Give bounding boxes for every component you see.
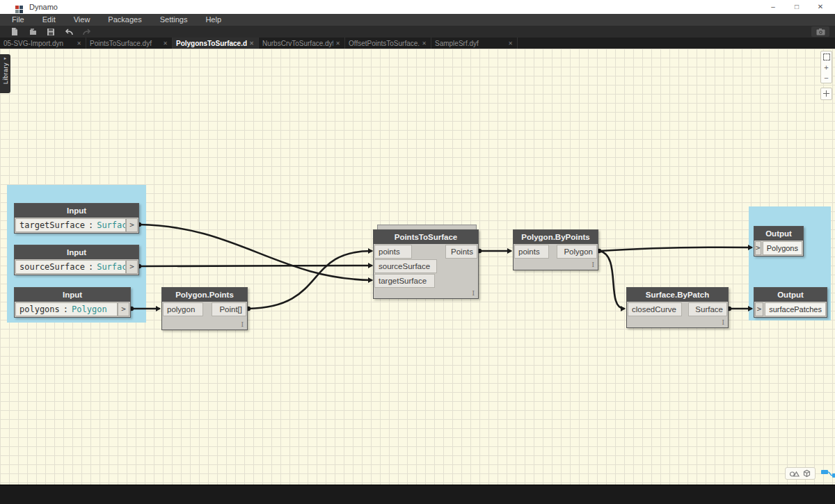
node-title[interactable]: Output bbox=[754, 288, 827, 302]
tab-05-SVG-Import.dyn[interactable]: 05-SVG-Import.dyn✕ bbox=[0, 38, 86, 49]
input-port-targetsurface[interactable]: targetSurface bbox=[374, 274, 435, 288]
output-port-polygon[interactable]: Polygon bbox=[557, 245, 597, 259]
node-title[interactable]: Input bbox=[15, 204, 138, 218]
pan-button[interactable] bbox=[821, 88, 832, 99]
tab-label: PointsToSurface.dyf bbox=[90, 40, 161, 47]
node-output-surfacepatches[interactable]: Output > surfacePatches bbox=[754, 287, 827, 318]
tab-label: PolygonsToSurface.dyf bbox=[176, 40, 247, 47]
output-port-surface[interactable]: Surface bbox=[688, 302, 727, 316]
tab-close-icon[interactable]: ✕ bbox=[420, 40, 429, 47]
zoom-in-button[interactable]: + bbox=[821, 62, 832, 72]
graph-view-button[interactable] bbox=[820, 468, 835, 479]
node-input-targetsurface[interactable]: Input targetSurface:Surface > bbox=[14, 203, 139, 234]
node-title[interactable]: Polygon.Points bbox=[162, 288, 247, 302]
menu-edit[interactable]: Edit bbox=[33, 14, 65, 26]
library-panel-tab[interactable]: ▸ Library bbox=[0, 54, 10, 93]
input-port-closedcurve[interactable]: closedCurve bbox=[628, 302, 682, 316]
tab-label: NurbsCrvToSurface.dyf bbox=[262, 40, 333, 47]
node-polygon-bypoints[interactable]: Polygon.ByPoints points Polygon I bbox=[513, 229, 598, 270]
menu-view[interactable]: View bbox=[65, 14, 100, 26]
output-port-points[interactable]: Points bbox=[445, 245, 477, 259]
output-port-point-array[interactable]: Point[] bbox=[212, 302, 246, 316]
view-toggles bbox=[785, 467, 835, 480]
undo-button[interactable] bbox=[60, 26, 78, 38]
close-button[interactable]: ✕ bbox=[809, 0, 832, 14]
input-port[interactable]: > bbox=[755, 241, 761, 255]
menubar: FileEditViewPackagesSettingsHelp bbox=[0, 14, 835, 26]
output-port[interactable]: > bbox=[126, 218, 138, 232]
tab-label: SampleSrf.dyf bbox=[435, 40, 506, 47]
chevron-right-icon: ▸ bbox=[4, 56, 7, 61]
node-title[interactable]: PointsToSurface bbox=[374, 230, 478, 244]
library-label: Library bbox=[2, 63, 9, 84]
save-button[interactable] bbox=[42, 26, 60, 38]
node-input-polygons[interactable]: Input polygons:Polygon > bbox=[14, 287, 131, 318]
zoom-out-button[interactable]: − bbox=[821, 72, 832, 83]
node-points-to-surface[interactable]: PointsToSurface points Points sourceSurf… bbox=[373, 229, 479, 299]
node-title[interactable]: Input bbox=[15, 288, 130, 302]
tab-PointsToSurface.dyf[interactable]: PointsToSurface.dyf✕ bbox=[86, 38, 173, 49]
input-port-points[interactable]: points bbox=[514, 245, 549, 259]
geometry-preview-button[interactable] bbox=[788, 469, 801, 478]
input-name-field[interactable]: targetSurface:Surface bbox=[15, 218, 126, 232]
node-title[interactable]: Input bbox=[15, 245, 138, 259]
zoom-fit-button[interactable] bbox=[821, 51, 832, 62]
fit-view-icon bbox=[823, 54, 830, 60]
menu-packages[interactable]: Packages bbox=[99, 14, 150, 26]
background-3d-preview-button[interactable] bbox=[801, 469, 813, 478]
tab-label: OffsetPointsToSurface.dyf bbox=[349, 40, 420, 47]
maximize-button[interactable]: □ bbox=[785, 0, 809, 14]
minimize-button[interactable]: – bbox=[761, 0, 785, 14]
node-polygon-points[interactable]: Polygon.Points polygon Point[] I bbox=[161, 287, 248, 330]
input-port-polygon[interactable]: polygon bbox=[163, 302, 203, 316]
menu-settings[interactable]: Settings bbox=[151, 14, 197, 26]
output-port[interactable]: > bbox=[126, 260, 138, 274]
tab-OffsetPointsToSurface.dyf[interactable]: OffsetPointsToSurface.dyf✕ bbox=[345, 38, 431, 49]
redo-button[interactable] bbox=[78, 26, 96, 38]
input-port[interactable]: > bbox=[755, 302, 763, 316]
toolbar bbox=[0, 26, 835, 38]
output-name-field[interactable]: Polygons bbox=[763, 241, 802, 255]
lacing-indicator: I bbox=[472, 290, 475, 297]
input-name-field[interactable]: sourceSurface:Surface bbox=[15, 260, 126, 274]
menu-file[interactable]: File bbox=[3, 14, 33, 26]
tab-close-icon[interactable]: ✕ bbox=[74, 40, 84, 47]
output-name-field[interactable]: surfacePatches bbox=[765, 302, 826, 316]
dynamo-window: Dynamo – □ ✕ FileEditViewPackagesSetting… bbox=[0, 0, 835, 504]
tab-close-icon[interactable]: ✕ bbox=[506, 40, 515, 47]
lacing-indicator: I bbox=[722, 319, 724, 326]
node-output-polygons[interactable]: Output > Polygons bbox=[754, 226, 804, 257]
tab-NurbsCrvToSurface.dyf[interactable]: NurbsCrvToSurface.dyf✕ bbox=[259, 38, 345, 49]
tab-SampleSrf.dyf[interactable]: SampleSrf.dyf✕ bbox=[431, 38, 518, 49]
node-title[interactable]: Output bbox=[754, 227, 803, 241]
node-input-sourcesurface[interactable]: Input sourceSurface:Surface > bbox=[14, 245, 139, 275]
tab-label: 05-SVG-Import.dyn bbox=[3, 40, 74, 47]
lacing-indicator: I bbox=[241, 321, 244, 328]
tab-close-icon[interactable]: ✕ bbox=[161, 40, 170, 47]
node-title[interactable]: Polygon.ByPoints bbox=[514, 230, 598, 244]
dynamo-logo-icon bbox=[15, 3, 23, 11]
input-port-sourcesurface[interactable]: sourceSurface bbox=[374, 259, 437, 273]
tab-close-icon[interactable]: ✕ bbox=[333, 40, 342, 47]
node-title[interactable]: Surface.ByPatch bbox=[627, 288, 728, 302]
canvas-controls: + − bbox=[820, 51, 832, 100]
window-title: Dynamo bbox=[29, 3, 58, 11]
input-port-points[interactable]: points bbox=[374, 245, 412, 259]
titlebar: Dynamo – □ ✕ bbox=[0, 0, 835, 14]
tab-close-icon[interactable]: ✕ bbox=[247, 40, 256, 47]
tab-PolygonsToSurface.dyf[interactable]: PolygonsToSurface.dyf✕ bbox=[173, 38, 259, 49]
node-surface-bypatch[interactable]: Surface.ByPatch closedCurve Surface I bbox=[626, 287, 729, 328]
menu-help[interactable]: Help bbox=[196, 14, 230, 26]
output-port[interactable]: > bbox=[118, 302, 129, 316]
new-file-button[interactable] bbox=[6, 26, 24, 38]
lacing-indicator: I bbox=[591, 261, 594, 268]
open-file-button[interactable] bbox=[24, 26, 42, 38]
input-name-field[interactable]: polygons:Polygon bbox=[15, 302, 118, 316]
statusbar bbox=[0, 485, 835, 504]
pan-icon bbox=[823, 90, 829, 97]
tabbar: 05-SVG-Import.dyn✕PointsToSurface.dyf✕Po… bbox=[0, 38, 835, 49]
export-image-button[interactable] bbox=[811, 26, 829, 37]
